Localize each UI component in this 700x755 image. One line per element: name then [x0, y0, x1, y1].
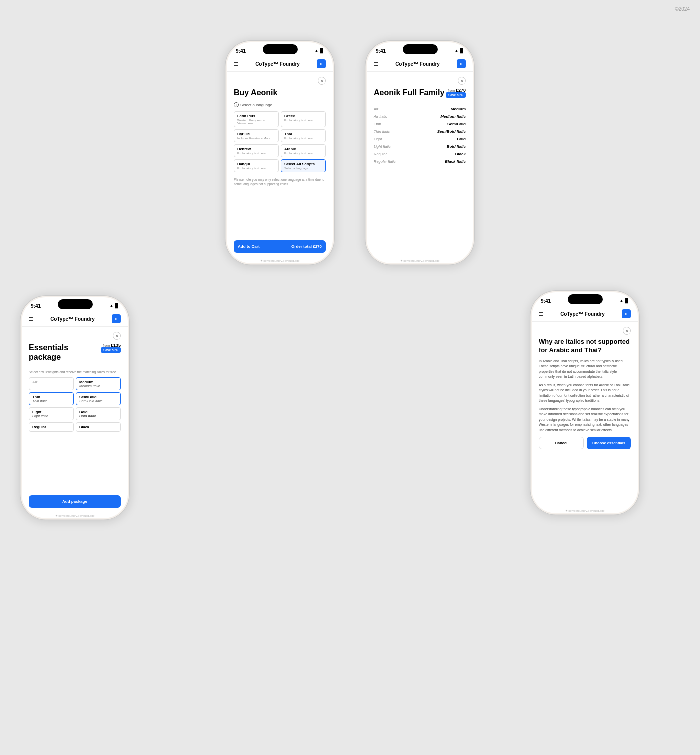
- bottom-bar-3: Add package: [22, 491, 128, 512]
- cart-button-2[interactable]: 0: [457, 59, 466, 68]
- screen-content-1: ✕ Buy Aeonik i Select a language Latin P…: [227, 72, 333, 236]
- close-button-4[interactable]: ✕: [623, 327, 631, 335]
- select-note-3: Select any 3 weights and receive the mat…: [29, 370, 121, 374]
- price-header-2: Aeonik Full Family from £270 Save 60%: [374, 88, 466, 102]
- wifi-icon-2: ▲: [454, 48, 459, 53]
- status-bar-1: 9:41 ▲ ▊: [227, 42, 333, 56]
- page-title-1: Buy Aeonik: [234, 88, 326, 97]
- copyright-text: ©2024: [675, 6, 690, 12]
- pkg-medium[interactable]: Medium Medium Italic: [76, 377, 121, 390]
- bottom-url-4: ✦ cotypefoundry.devbuild.site: [532, 507, 638, 513]
- add-to-cart-button-1[interactable]: Add to Cart Order total £270: [234, 240, 326, 253]
- add-package-button[interactable]: Add package: [29, 495, 121, 508]
- cancel-button-4[interactable]: Cancel: [539, 437, 584, 449]
- status-bar-3: 9:41 ▲ ▊: [22, 297, 128, 311]
- screen-content-3: ✕ Essentials package from £135 Save 50% …: [22, 327, 128, 491]
- lang-greek[interactable]: Greek Explanatory text here: [281, 111, 326, 127]
- package-grid-3: Air Medium Medium Italic Thin Thin Itali…: [29, 377, 121, 432]
- status-icons-1: ▲ ▊: [314, 48, 324, 53]
- language-grid-1: Latin Plus Western European + Vietnamese…: [234, 111, 326, 172]
- nav-bar-1: ☰ CoType™ Foundry 0: [227, 56, 333, 72]
- nav-title-1: CoType™ Foundry: [256, 61, 300, 67]
- pkg-thin[interactable]: Thin Thin Italic: [29, 392, 74, 405]
- info-icon-1: i: [234, 102, 239, 107]
- bottom-url-2: ✦ cotypefoundry.devbuild.site: [367, 257, 473, 263]
- nav-title-3: CoType™ Foundry: [50, 316, 95, 322]
- cart-button-1[interactable]: 0: [317, 59, 326, 68]
- font-row-thin: Thin SemiBold: [374, 120, 466, 128]
- font-row-air: Air Medium: [374, 105, 466, 113]
- font-row-regular-italic: Regular Italic Black Italic: [374, 158, 466, 165]
- lang-thai[interactable]: Thai Explanatory text here: [281, 129, 326, 142]
- page-title-2: Aeonik Full Family: [374, 88, 444, 97]
- time-3: 9:41: [31, 303, 41, 309]
- lang-latin-plus[interactable]: Latin Plus Western European + Vietnamese: [234, 111, 279, 127]
- font-table-2: Air Medium Air Italic Medium Italic Thin…: [374, 105, 466, 165]
- faq-title-4: Why are italics not supported for Arabic…: [539, 338, 631, 355]
- close-button-2[interactable]: ✕: [458, 77, 466, 85]
- lang-select-all[interactable]: Select All Scripts Select a language: [281, 159, 326, 172]
- cart-button-4[interactable]: 0: [622, 309, 631, 318]
- time-1: 9:41: [236, 48, 246, 54]
- pkg-black[interactable]: Black: [76, 422, 121, 432]
- status-icons-2: ▲ ▊: [454, 48, 464, 53]
- font-row-light-italic: Light Italic Bold Italic: [374, 143, 466, 150]
- phone-1: 9:41 ▲ ▊ ☰ CoType™ Foundry 0 ✕ Bu: [225, 40, 335, 265]
- signal-icon-4: ▊: [626, 298, 629, 303]
- hamburger-icon-3[interactable]: ☰: [29, 316, 34, 322]
- hamburger-icon-2[interactable]: ☰: [374, 61, 378, 67]
- dynamic-island-1: [263, 44, 298, 54]
- lang-cyrillic[interactable]: Cyrillic Includes Russian + More: [234, 129, 279, 142]
- phone-3: 9:41 ▲ ▊ ☰ CoType™ Foundry 0 ✕: [20, 295, 130, 520]
- save-badge-3: Save 50%: [101, 347, 121, 353]
- dynamic-island-4: [568, 294, 603, 304]
- lang-arabic[interactable]: Arabic Explanatory text here: [281, 144, 326, 157]
- bottom-bar-1: Add to Cart Order total £270: [227, 236, 333, 257]
- phone-2: 9:41 ▲ ▊ ☰ CoType™ Foundry 0 ✕: [365, 40, 475, 265]
- note-text-1: Please note you may only select one lang…: [234, 177, 326, 186]
- choose-essentials-button[interactable]: Choose essentials: [587, 437, 631, 449]
- dynamic-island-3: [58, 299, 93, 309]
- modal-buttons-4: Cancel Choose essentials: [539, 437, 631, 449]
- signal-icon-2: ▊: [460, 48, 464, 53]
- nav-title-2: CoType™ Foundry: [396, 61, 440, 67]
- cart-button-3[interactable]: 0: [112, 314, 121, 323]
- faq-para-2: As a result, when you choose fonts for A…: [539, 383, 631, 404]
- lang-hangul[interactable]: Hangul Explanatory text here: [234, 159, 279, 172]
- status-bar-4: 9:41 ▲ ▊: [532, 292, 638, 306]
- hamburger-icon-1[interactable]: ☰: [234, 61, 238, 67]
- wifi-icon-3: ▲: [110, 303, 114, 308]
- status-icons-4: ▲ ▊: [620, 298, 629, 303]
- time-4: 9:41: [541, 298, 551, 304]
- status-bar-2: 9:41 ▲ ▊: [367, 42, 473, 56]
- font-row-light: Light Bold: [374, 135, 466, 143]
- pkg-air[interactable]: Air: [29, 377, 74, 390]
- close-button-1[interactable]: ✕: [318, 77, 326, 85]
- signal-icon-3: ▊: [116, 303, 119, 308]
- section-label-1: i Select a language: [234, 102, 326, 107]
- status-icons-3: ▲ ▊: [110, 303, 119, 308]
- screen-content-4: ✕ Why are italics not supported for Arab…: [532, 322, 638, 507]
- faq-para-3: Understanding these typographic nuances …: [539, 407, 631, 433]
- font-row-regular: Regular Black: [374, 150, 466, 158]
- dynamic-island-2: [403, 44, 438, 54]
- nav-bar-3: ☰ CoType™ Foundry 0: [22, 311, 128, 327]
- pkg-regular[interactable]: Regular: [29, 422, 74, 432]
- pkg-bold[interactable]: Bold Bold Italic: [76, 407, 121, 420]
- price-header-3: Essentials package from £135 Save 50%: [29, 343, 121, 367]
- hamburger-icon-4[interactable]: ☰: [539, 311, 544, 317]
- pkg-semibold[interactable]: SemiBold SemiBold Italic: [76, 392, 121, 405]
- pkg-light[interactable]: Light Light Italic: [29, 407, 74, 420]
- bottom-url-3: ✦ cotypefoundry.devbuild.site: [22, 512, 128, 518]
- phone-4: 9:41 ▲ ▊ ☰ CoType™ Foundry 0 ✕ Wh: [530, 290, 640, 515]
- close-button-3[interactable]: ✕: [113, 332, 121, 340]
- faq-para-1: In Arabic and Thai scripts, italics are …: [539, 359, 631, 380]
- save-badge-2: Save 60%: [446, 92, 466, 98]
- bottom-url-1: ✦ cotypefoundry.devbuild.site: [227, 257, 333, 263]
- nav-bar-2: ☰ CoType™ Foundry 0: [367, 56, 473, 72]
- lang-hebrew[interactable]: Hebrew Explanatory text here: [234, 144, 279, 157]
- signal-icon: ▊: [320, 48, 324, 53]
- font-row-air-italic: Air Italic Medium Italic: [374, 113, 466, 120]
- time-2: 9:41: [376, 48, 386, 54]
- screen-content-2: ✕ Aeonik Full Family from £270 Save 60%: [367, 72, 473, 257]
